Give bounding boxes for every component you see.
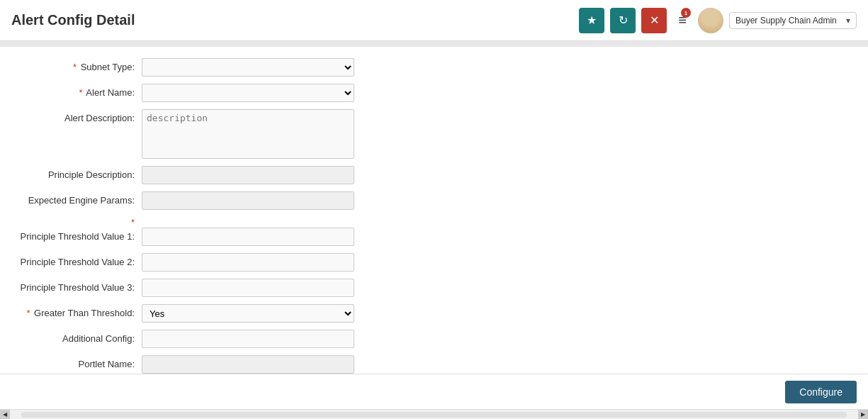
scroll-right-arrow[interactable]: ▶ xyxy=(858,410,868,420)
ptv3-label: Principle Threshold Value 3: xyxy=(14,279,142,293)
expected-engine-params-row: Expected Engine Params: xyxy=(14,191,854,210)
subnet-type-select[interactable] xyxy=(142,58,354,77)
configure-button[interactable]: Configure xyxy=(785,381,857,403)
alert-description-row: Alert Description: xyxy=(14,109,854,159)
page-title: Alert Config Detail xyxy=(11,12,135,28)
star-button[interactable]: ★ xyxy=(579,8,604,33)
greater-than-threshold-label: * Greater Than Threshold: xyxy=(14,304,142,318)
ptv2-label: Principle Threshold Value 2: xyxy=(14,253,142,267)
close-icon: ✕ xyxy=(650,13,659,27)
principle-description-row: Principle Description: xyxy=(14,166,854,184)
user-name-label: Buyer Supply Chain Admin xyxy=(735,16,843,26)
content-area: * Subnet Type: * Alert Name: Alert Descr… xyxy=(0,47,868,374)
dropdown-arrow-icon: ▾ xyxy=(846,16,850,26)
horizontal-scrollbar: ◀ ▶ xyxy=(0,409,868,419)
star-icon: ★ xyxy=(587,13,597,27)
subnet-type-required: * xyxy=(73,62,77,72)
gtt-required: * xyxy=(26,308,30,318)
ptv2-row: Principle Threshold Value 2: xyxy=(14,253,854,272)
ptv2-input[interactable] xyxy=(142,253,354,272)
notification-badge: 1 xyxy=(681,8,691,18)
alert-description-textarea[interactable] xyxy=(142,109,354,159)
ptv1-label: Principle Threshold Value 1: xyxy=(14,228,142,242)
alert-description-label: Alert Description: xyxy=(14,109,142,123)
header: Alert Config Detail ★ ↻ ✕ ≡ 1 Buyer Supp… xyxy=(0,0,868,41)
ptv1-required-star: * xyxy=(14,217,142,228)
header-actions: ★ ↻ ✕ ≡ 1 Buyer Supply Chain Admin ▾ xyxy=(579,8,857,33)
form-container: * Subnet Type: * Alert Name: Alert Descr… xyxy=(0,58,868,374)
scrollbar-track[interactable] xyxy=(21,412,847,418)
expected-engine-params-input[interactable] xyxy=(142,191,354,210)
principle-description-input[interactable] xyxy=(142,166,354,184)
alert-name-select[interactable] xyxy=(142,84,354,102)
portlet-name-label: Portlet Name: xyxy=(14,355,142,369)
user-dropdown[interactable]: Buyer Supply Chain Admin ▾ xyxy=(729,12,857,29)
alert-name-required: * xyxy=(79,87,82,98)
scroll-left-arrow[interactable]: ◀ xyxy=(0,410,10,420)
ptv3-input[interactable] xyxy=(142,279,354,297)
ptv1-input[interactable] xyxy=(142,228,354,246)
ptv1-required-row: * xyxy=(14,217,854,228)
additional-config-row: Additional Config: xyxy=(14,330,854,348)
footer: Configure xyxy=(0,374,868,409)
subnet-type-row: * Subnet Type: xyxy=(14,58,854,77)
expected-engine-params-label: Expected Engine Params: xyxy=(14,191,142,206)
alert-name-row: * Alert Name: xyxy=(14,84,854,102)
refresh-button[interactable]: ↻ xyxy=(610,8,636,33)
ptv1-row: Principle Threshold Value 1: xyxy=(14,228,854,246)
additional-config-input[interactable] xyxy=(142,330,354,348)
principle-description-label: Principle Description: xyxy=(14,166,142,180)
toolbar-separator xyxy=(0,41,868,47)
additional-config-label: Additional Config: xyxy=(14,330,142,344)
subnet-type-label: * Subnet Type: xyxy=(14,58,142,72)
close-button[interactable]: ✕ xyxy=(641,8,667,33)
avatar xyxy=(698,8,723,33)
menu-button[interactable]: ≡ 1 xyxy=(672,9,692,31)
refresh-icon: ↻ xyxy=(619,13,628,27)
avatar-image xyxy=(698,8,723,33)
ptv3-row: Principle Threshold Value 3: xyxy=(14,279,854,297)
greater-than-threshold-row: * Greater Than Threshold: Yes No xyxy=(14,304,854,323)
portlet-name-input[interactable] xyxy=(142,355,354,374)
greater-than-threshold-select[interactable]: Yes No xyxy=(142,304,354,323)
portlet-name-row: Portlet Name: xyxy=(14,355,854,374)
alert-name-label: * Alert Name: xyxy=(14,84,142,98)
